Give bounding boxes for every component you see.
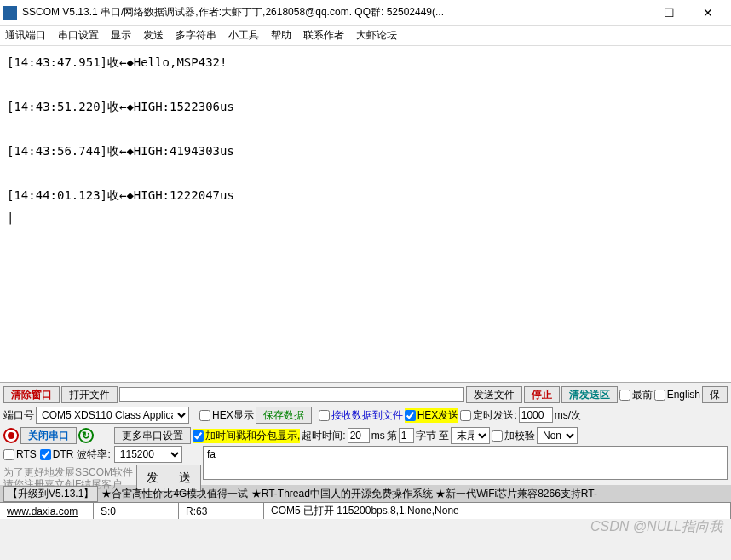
timestamp-checkbox[interactable]: 加时间戳和分包显示, bbox=[193, 429, 300, 443]
recv-to-file-checkbox[interactable]: 接收数据到文件 bbox=[319, 408, 403, 423]
save-data-button[interactable]: 保存数据 bbox=[256, 407, 312, 424]
send-file-button[interactable]: 发送文件 bbox=[466, 386, 522, 403]
topmost-checkbox[interactable]: 最前 bbox=[619, 388, 653, 402]
baud-label: 波特率: bbox=[77, 447, 110, 462]
nth-input[interactable] bbox=[399, 428, 414, 443]
end-select[interactable]: 末尾 bbox=[451, 427, 490, 444]
ad-text: ★合宙高性价比4G模块值得一试 ★RT-Thread中国人的开源免费操作系统 ★… bbox=[101, 487, 597, 501]
status-url[interactable]: www.daxia.com bbox=[7, 505, 78, 517]
stop-button[interactable]: 停止 bbox=[524, 386, 560, 403]
dtr-checkbox[interactable]: DTR bbox=[40, 448, 74, 460]
status-s: S:0 bbox=[94, 503, 179, 519]
status-bar: www.daxia.com S:0 R:63 COM5 已打开 115200bp… bbox=[0, 502, 731, 519]
ad-bar: 【升级到V5.13.1】 ★合宙高性价比4G模块值得一试 ★RT-Thread中… bbox=[0, 485, 731, 502]
menu-display[interactable]: 显示 bbox=[111, 28, 131, 43]
menu-contact[interactable]: 联系作者 bbox=[303, 28, 344, 43]
clear-window-button[interactable]: 清除窗口 bbox=[3, 386, 60, 403]
timed-send-checkbox[interactable]: 定时发送: bbox=[460, 408, 516, 423]
save-button[interactable]: 保 bbox=[702, 386, 728, 403]
refresh-icon[interactable]: ↻ bbox=[78, 428, 94, 443]
more-settings-button[interactable]: 更多串口设置 bbox=[114, 427, 191, 444]
add-check-checkbox[interactable]: 加校验 bbox=[492, 429, 535, 443]
file-path-input[interactable] bbox=[119, 387, 464, 402]
menu-send[interactable]: 发送 bbox=[143, 28, 164, 43]
console-output: [14:43:47.951]收←◆Hello,MSP432! [14:43:51… bbox=[0, 46, 731, 383]
timeout-label: 超时时间: bbox=[302, 429, 345, 443]
open-file-button[interactable]: 打开文件 bbox=[61, 386, 118, 403]
hint-line1: 为了更好地发展SSCOM软件 bbox=[3, 466, 133, 478]
record-icon[interactable] bbox=[3, 428, 19, 443]
app-icon bbox=[3, 6, 17, 20]
check-select[interactable]: None bbox=[537, 427, 578, 444]
upgrade-button[interactable]: 【升级到V5.13.1】 bbox=[3, 486, 98, 502]
watermark: CSDN @NULL指向我 bbox=[590, 518, 722, 536]
baud-select[interactable]: 115200 bbox=[114, 446, 182, 463]
menu-bar: 通讯端口 串口设置 显示 发送 多字符串 小工具 帮助 联系作者 大虾论坛 bbox=[0, 26, 731, 46]
menu-port[interactable]: 通讯端口 bbox=[5, 28, 46, 43]
send-textarea[interactable]: fa bbox=[203, 446, 728, 480]
nth-label: 第 bbox=[387, 429, 397, 443]
status-r: R:63 bbox=[179, 503, 264, 519]
timeout-input[interactable] bbox=[348, 428, 370, 443]
hex-send-checkbox[interactable]: HEX发送 bbox=[405, 408, 459, 423]
control-panel: 清除窗口 打开文件 发送文件 停止 清发送区 最前 English 保 端口号 … bbox=[0, 383, 731, 485]
minimize-button[interactable]: — bbox=[610, 1, 649, 25]
port-select[interactable]: COM5 XDS110 Class Applicat bbox=[36, 407, 189, 424]
menu-tools[interactable]: 小工具 bbox=[228, 28, 259, 43]
close-port-button[interactable]: 关闭串口 bbox=[20, 427, 77, 444]
status-port: COM5 已打开 115200bps,8,1,None,None bbox=[264, 503, 731, 519]
menu-serial-settings[interactable]: 串口设置 bbox=[58, 28, 99, 43]
maximize-button[interactable]: ☐ bbox=[649, 1, 688, 25]
timed-unit-label: ms/次 bbox=[555, 408, 581, 423]
menu-forum[interactable]: 大虾论坛 bbox=[356, 28, 397, 43]
window-title: SSCOM V5.13.1 串口/网络数据调试器,作者:大虾丁丁,2618058… bbox=[22, 5, 610, 20]
english-checkbox[interactable]: English bbox=[654, 389, 700, 401]
rts-checkbox[interactable]: RTS bbox=[3, 448, 37, 460]
hex-display-checkbox[interactable]: HEX显示 bbox=[199, 408, 254, 423]
menu-help[interactable]: 帮助 bbox=[271, 28, 291, 43]
timeout-unit: ms bbox=[371, 430, 385, 442]
timed-value-input[interactable] bbox=[519, 407, 553, 423]
clear-send-button[interactable]: 清发送区 bbox=[561, 386, 618, 403]
menu-multistring[interactable]: 多字符串 bbox=[176, 28, 216, 43]
port-label: 端口号 bbox=[3, 408, 34, 423]
byte-to-label: 字节 至 bbox=[416, 429, 449, 443]
close-button[interactable]: ✕ bbox=[688, 1, 728, 25]
title-bar: SSCOM V5.13.1 串口/网络数据调试器,作者:大虾丁丁,2618058… bbox=[0, 0, 731, 26]
